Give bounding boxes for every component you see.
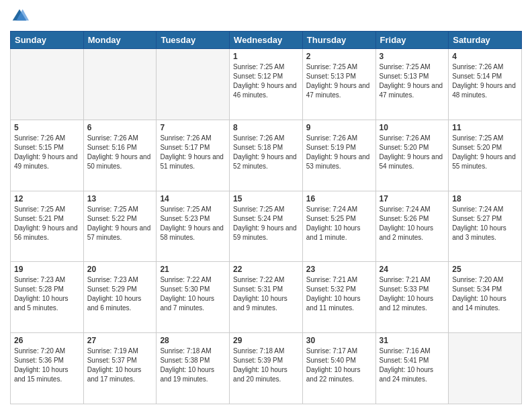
calendar-cell: 24Sunrise: 7:21 AMSunset: 5:33 PMDayligh… bbox=[375, 262, 449, 333]
day-info: Sunrise: 7:22 AMSunset: 5:31 PMDaylight:… bbox=[233, 275, 299, 313]
day-info: Sunrise: 7:18 AMSunset: 5:38 PMDaylight:… bbox=[160, 347, 226, 384]
day-info: Sunrise: 7:20 AMSunset: 5:36 PMDaylight:… bbox=[14, 347, 80, 384]
day-info: Sunrise: 7:20 AMSunset: 5:34 PMDaylight:… bbox=[452, 275, 518, 313]
day-number: 7 bbox=[160, 123, 226, 132]
calendar-cell: 21Sunrise: 7:22 AMSunset: 5:30 PMDayligh… bbox=[157, 262, 230, 333]
calendar-cell: 8Sunrise: 7:26 AMSunset: 5:18 PMDaylight… bbox=[230, 120, 303, 191]
day-number: 22 bbox=[233, 265, 299, 274]
day-info: Sunrise: 7:25 AMSunset: 5:23 PMDaylight:… bbox=[160, 205, 226, 242]
weekday-header-sunday: Sunday bbox=[11, 32, 84, 49]
day-number: 8 bbox=[233, 123, 299, 132]
day-info: Sunrise: 7:21 AMSunset: 5:33 PMDaylight:… bbox=[380, 275, 445, 313]
day-info: Sunrise: 7:23 AMSunset: 5:28 PMDaylight:… bbox=[14, 275, 80, 313]
day-number: 27 bbox=[87, 336, 153, 345]
day-info: Sunrise: 7:23 AMSunset: 5:29 PMDaylight:… bbox=[87, 275, 153, 313]
calendar-cell: 6Sunrise: 7:26 AMSunset: 5:16 PMDaylight… bbox=[83, 120, 157, 191]
day-number: 25 bbox=[452, 265, 518, 274]
day-info: Sunrise: 7:16 AMSunset: 5:41 PMDaylight:… bbox=[380, 347, 445, 384]
logo bbox=[10, 7, 32, 26]
day-number: 24 bbox=[380, 265, 445, 274]
calendar-cell: 27Sunrise: 7:19 AMSunset: 5:37 PMDayligh… bbox=[83, 333, 157, 404]
calendar-cell bbox=[449, 333, 522, 404]
day-number: 23 bbox=[306, 265, 372, 274]
weekday-header-saturday: Saturday bbox=[449, 32, 522, 49]
calendar-cell: 5Sunrise: 7:26 AMSunset: 5:15 PMDaylight… bbox=[11, 120, 84, 191]
day-number: 28 bbox=[160, 336, 226, 345]
day-info: Sunrise: 7:26 AMSunset: 5:18 PMDaylight:… bbox=[233, 134, 299, 171]
calendar-week-3: 12Sunrise: 7:25 AMSunset: 5:21 PMDayligh… bbox=[11, 191, 522, 262]
calendar-cell: 7Sunrise: 7:26 AMSunset: 5:17 PMDaylight… bbox=[157, 120, 230, 191]
day-number: 18 bbox=[452, 194, 518, 203]
day-info: Sunrise: 7:26 AMSunset: 5:15 PMDaylight:… bbox=[14, 134, 80, 171]
calendar-cell: 1Sunrise: 7:25 AMSunset: 5:12 PMDaylight… bbox=[230, 49, 303, 120]
calendar-cell: 13Sunrise: 7:25 AMSunset: 5:22 PMDayligh… bbox=[83, 191, 157, 262]
weekday-header-wednesday: Wednesday bbox=[230, 32, 303, 49]
day-number: 6 bbox=[87, 123, 153, 132]
calendar-week-5: 26Sunrise: 7:20 AMSunset: 5:36 PMDayligh… bbox=[11, 333, 522, 404]
calendar-cell: 3Sunrise: 7:25 AMSunset: 5:13 PMDaylight… bbox=[375, 49, 449, 120]
header bbox=[10, 7, 522, 26]
day-number: 26 bbox=[14, 336, 80, 345]
day-info: Sunrise: 7:25 AMSunset: 5:22 PMDaylight:… bbox=[87, 205, 153, 242]
day-number: 31 bbox=[380, 336, 445, 345]
calendar-cell bbox=[157, 49, 230, 120]
calendar-cell: 4Sunrise: 7:26 AMSunset: 5:14 PMDaylight… bbox=[449, 49, 522, 120]
weekday-header-thursday: Thursday bbox=[302, 32, 375, 49]
calendar-table: SundayMondayTuesdayWednesdayThursdayFrid… bbox=[10, 31, 522, 404]
day-info: Sunrise: 7:24 AMSunset: 5:25 PMDaylight:… bbox=[306, 205, 372, 242]
calendar-cell: 11Sunrise: 7:25 AMSunset: 5:20 PMDayligh… bbox=[449, 120, 522, 191]
calendar-week-1: 1Sunrise: 7:25 AMSunset: 5:12 PMDaylight… bbox=[11, 49, 522, 120]
day-info: Sunrise: 7:26 AMSunset: 5:17 PMDaylight:… bbox=[160, 134, 226, 171]
day-info: Sunrise: 7:21 AMSunset: 5:32 PMDaylight:… bbox=[306, 275, 372, 313]
day-number: 14 bbox=[160, 194, 226, 203]
calendar-cell: 17Sunrise: 7:24 AMSunset: 5:26 PMDayligh… bbox=[375, 191, 449, 262]
day-info: Sunrise: 7:25 AMSunset: 5:21 PMDaylight:… bbox=[14, 205, 80, 242]
day-number: 21 bbox=[160, 265, 226, 274]
weekday-header-friday: Friday bbox=[375, 32, 449, 49]
day-info: Sunrise: 7:22 AMSunset: 5:30 PMDaylight:… bbox=[160, 275, 226, 313]
calendar-cell: 29Sunrise: 7:18 AMSunset: 5:39 PMDayligh… bbox=[230, 333, 303, 404]
day-info: Sunrise: 7:25 AMSunset: 5:20 PMDaylight:… bbox=[452, 134, 518, 171]
day-info: Sunrise: 7:25 AMSunset: 5:13 PMDaylight:… bbox=[380, 62, 445, 100]
day-number: 19 bbox=[14, 265, 80, 274]
day-info: Sunrise: 7:25 AMSunset: 5:13 PMDaylight:… bbox=[306, 62, 372, 100]
calendar-cell bbox=[83, 49, 157, 120]
calendar-cell: 23Sunrise: 7:21 AMSunset: 5:32 PMDayligh… bbox=[302, 262, 375, 333]
day-number: 16 bbox=[306, 194, 372, 203]
calendar-cell: 14Sunrise: 7:25 AMSunset: 5:23 PMDayligh… bbox=[157, 191, 230, 262]
page-container: SundayMondayTuesdayWednesdayThursdayFrid… bbox=[0, 0, 532, 411]
weekday-header-row: SundayMondayTuesdayWednesdayThursdayFrid… bbox=[11, 32, 522, 49]
day-number: 29 bbox=[233, 336, 299, 345]
calendar-cell bbox=[11, 49, 84, 120]
calendar-week-2: 5Sunrise: 7:26 AMSunset: 5:15 PMDaylight… bbox=[11, 120, 522, 191]
day-info: Sunrise: 7:19 AMSunset: 5:37 PMDaylight:… bbox=[87, 347, 153, 384]
calendar-cell: 18Sunrise: 7:24 AMSunset: 5:27 PMDayligh… bbox=[449, 191, 522, 262]
calendar-cell: 22Sunrise: 7:22 AMSunset: 5:31 PMDayligh… bbox=[230, 262, 303, 333]
calendar-cell: 31Sunrise: 7:16 AMSunset: 5:41 PMDayligh… bbox=[375, 333, 449, 404]
day-number: 20 bbox=[87, 265, 153, 274]
calendar-cell: 16Sunrise: 7:24 AMSunset: 5:25 PMDayligh… bbox=[302, 191, 375, 262]
day-number: 12 bbox=[14, 194, 80, 203]
calendar-cell: 26Sunrise: 7:20 AMSunset: 5:36 PMDayligh… bbox=[11, 333, 84, 404]
day-info: Sunrise: 7:26 AMSunset: 5:19 PMDaylight:… bbox=[306, 134, 372, 171]
day-info: Sunrise: 7:24 AMSunset: 5:27 PMDaylight:… bbox=[452, 205, 518, 242]
day-number: 30 bbox=[306, 336, 372, 345]
day-info: Sunrise: 7:26 AMSunset: 5:20 PMDaylight:… bbox=[380, 134, 445, 171]
weekday-header-monday: Monday bbox=[83, 32, 157, 49]
day-info: Sunrise: 7:18 AMSunset: 5:39 PMDaylight:… bbox=[233, 347, 299, 384]
calendar-cell: 10Sunrise: 7:26 AMSunset: 5:20 PMDayligh… bbox=[375, 120, 449, 191]
weekday-header-tuesday: Tuesday bbox=[157, 32, 230, 49]
day-number: 2 bbox=[306, 52, 372, 61]
calendar-cell: 19Sunrise: 7:23 AMSunset: 5:28 PMDayligh… bbox=[11, 262, 84, 333]
day-number: 11 bbox=[452, 123, 518, 132]
calendar-cell: 12Sunrise: 7:25 AMSunset: 5:21 PMDayligh… bbox=[11, 191, 84, 262]
day-info: Sunrise: 7:25 AMSunset: 5:24 PMDaylight:… bbox=[233, 205, 299, 242]
calendar-cell: 25Sunrise: 7:20 AMSunset: 5:34 PMDayligh… bbox=[449, 262, 522, 333]
day-number: 1 bbox=[233, 52, 299, 61]
day-info: Sunrise: 7:25 AMSunset: 5:12 PMDaylight:… bbox=[233, 62, 299, 100]
day-number: 3 bbox=[380, 52, 445, 61]
calendar-cell: 9Sunrise: 7:26 AMSunset: 5:19 PMDaylight… bbox=[302, 120, 375, 191]
logo-icon bbox=[10, 7, 29, 26]
calendar-cell: 28Sunrise: 7:18 AMSunset: 5:38 PMDayligh… bbox=[157, 333, 230, 404]
day-info: Sunrise: 7:26 AMSunset: 5:14 PMDaylight:… bbox=[452, 62, 518, 100]
